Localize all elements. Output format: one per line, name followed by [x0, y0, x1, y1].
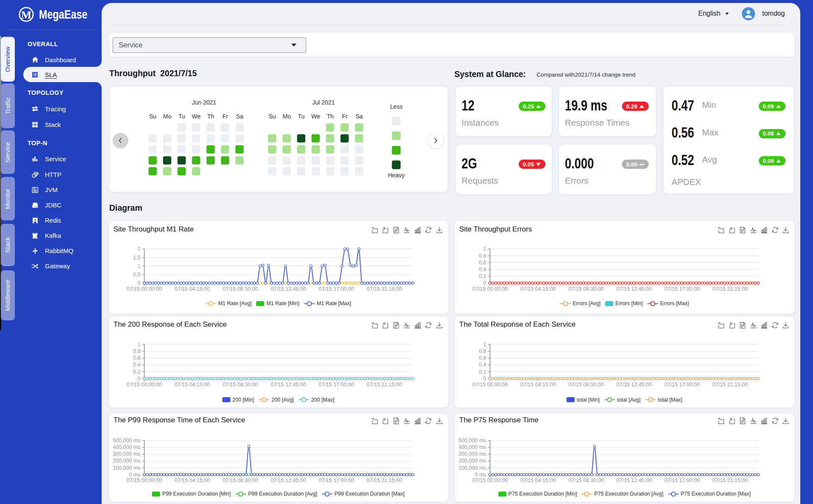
svg-text:M: M [21, 9, 32, 21]
